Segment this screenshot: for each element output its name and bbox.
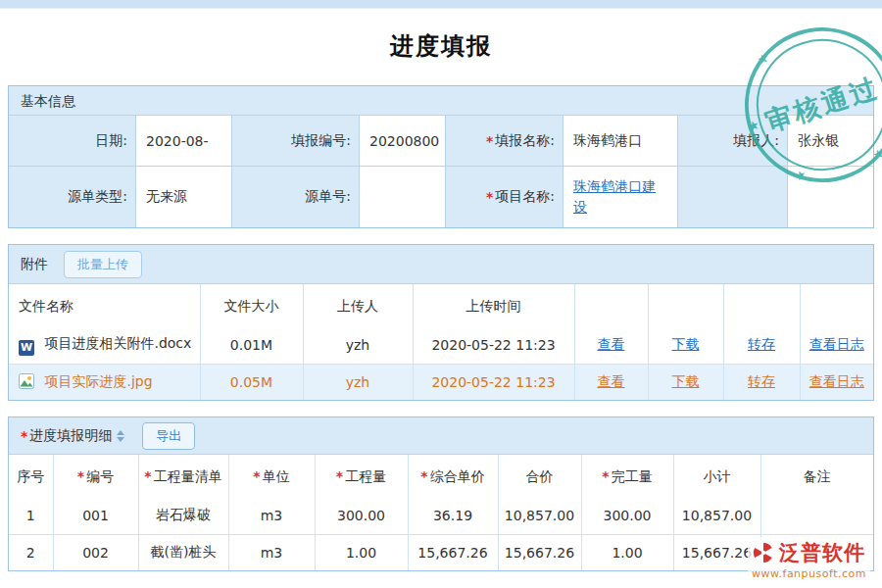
project-name-link[interactable]: 珠海鹤港口建设 (573, 176, 656, 218)
col-header-file-name: 文件名称 (9, 284, 200, 327)
basic-info-header: 基本信息 (9, 86, 873, 116)
boq-cell: 截(凿)桩头 (138, 534, 228, 570)
word-file-icon: W (19, 340, 34, 356)
view-log-link[interactable]: 查看日志 (809, 336, 864, 352)
reporter-value: 张永银 (788, 116, 873, 167)
details-section: * 进度填报明细 导出 序号 *编号 *工程量清单 *单位 *工程量 *综合单价… (8, 416, 874, 571)
file-size-cell: 0.05M (200, 364, 303, 400)
required-mark: * (602, 468, 609, 484)
reporter-label: 填报人: (733, 132, 779, 150)
details-header-row: 序号 *编号 *工程量清单 *单位 *工程量 *综合单价 合价 *完工量 小计 … (9, 455, 873, 498)
detail-row[interactable]: 2 002 截(凿)桩头 m3 1.00 15,667.26 15,667.26… (9, 534, 873, 570)
boq-cell: 岩石爆破 (138, 498, 228, 534)
vendor-url: www.fanpusoft.com (752, 567, 866, 580)
project-name-label-cell: * 项目名称: (446, 167, 564, 227)
total-price-cell: 15,667.26 (498, 534, 581, 570)
quantity-cell: 1.00 (315, 534, 408, 570)
required-mark: * (77, 468, 84, 484)
view-log-link[interactable]: 查看日志 (809, 373, 864, 389)
attachment-row[interactable]: 项目实际进度.jpg 0.05M yzh 2020-05-22 11:23 查看… (9, 364, 873, 400)
basic-info-grid: 日期: 2020-08- 填报编号: 20200800 * 填报名称: 珠海鹤港… (9, 116, 873, 227)
unit-cell: m3 (228, 498, 315, 534)
date-label-cell: 日期: (9, 116, 136, 167)
view-cell: 查看 (574, 364, 648, 400)
required-mark: * (253, 468, 260, 484)
col-header-empty (648, 284, 723, 327)
details-title: 进度填报明细 (29, 427, 112, 445)
empty-value-cell (788, 167, 873, 227)
col-header-serial: 序号 (9, 455, 53, 498)
download-cell: 下载 (648, 327, 723, 364)
col-header-remark: 备注 (760, 455, 873, 498)
transfer-cell: 转存 (723, 364, 800, 400)
sort-icon[interactable] (117, 430, 124, 442)
source-no-label-cell: 源单号: (232, 167, 360, 227)
col-header-empty (800, 284, 873, 327)
subtotal-cell: 10,857.00 (673, 498, 760, 534)
download-link[interactable]: 下载 (672, 336, 700, 352)
col-header-total-price: 合价 (498, 455, 581, 498)
transfer-link[interactable]: 转存 (748, 336, 775, 352)
col-header-unit-price: *综合单价 (408, 455, 498, 498)
project-name-label: 项目名称: (495, 188, 555, 206)
col-header-upload-time: 上传时间 (413, 284, 574, 327)
detail-row[interactable]: 1 001 岩石爆破 m3 300.00 36.19 10,857.00 300… (9, 498, 873, 534)
uploader-cell: yzh (303, 327, 413, 364)
unit-price-cell: 36.19 (408, 498, 498, 534)
download-link[interactable]: 下载 (672, 373, 700, 389)
attachments-header-row: 文件名称 文件大小 上传人 上传时间 (9, 284, 873, 327)
quantity-cell: 300.00 (315, 498, 408, 534)
source-type-label-cell: 源单类型: (9, 167, 136, 227)
report-name-label: 填报名称: (495, 132, 555, 150)
col-header-empty (723, 284, 800, 327)
required-mark: * (486, 133, 493, 149)
basic-info-section: 基本信息 日期: 2020-08- 填报编号: 20200800 * 填报名称:… (8, 85, 874, 228)
report-no-label: 填报编号: (291, 132, 351, 150)
image-file-icon (19, 373, 34, 389)
attachments-table: 文件名称 文件大小 上传人 上传时间 W 项目进度相关附件.docx 0.01M… (9, 284, 873, 400)
file-name: 项目进度相关附件.docx (44, 335, 191, 351)
project-name-value: 珠海鹤港口建设 (564, 167, 678, 227)
transfer-link[interactable]: 转存 (748, 373, 775, 389)
remark-cell (760, 498, 873, 534)
col-header-quantity: *工程量 (315, 455, 408, 498)
source-type-value: 无来源 (136, 167, 232, 227)
serial-cell: 2 (9, 534, 53, 570)
reporter-label-cell: 填报人: (678, 116, 788, 167)
details-table: 序号 *编号 *工程量清单 *单位 *工程量 *综合单价 合价 *完工量 小计 … (9, 455, 873, 570)
upload-time-cell: 2020-05-22 11:23 (413, 327, 574, 364)
file-name: 项目实际进度.jpg (44, 373, 152, 389)
view-log-cell: 查看日志 (800, 364, 873, 400)
required-mark: * (420, 468, 427, 484)
empty-label-cell (678, 167, 788, 227)
attachment-row[interactable]: W 项目进度相关附件.docx 0.01M yzh 2020-05-22 11:… (9, 327, 873, 364)
attachments-section: 附件 批量上传 文件名称 文件大小 上传人 上传时间 W (8, 244, 874, 401)
details-header: * 进度填报明细 导出 (9, 417, 873, 455)
source-no-value (360, 167, 446, 227)
completed-cell: 300.00 (581, 498, 673, 534)
transfer-cell: 转存 (723, 327, 800, 364)
col-header-completed: *完工量 (581, 455, 673, 498)
col-header-empty (574, 284, 648, 327)
view-link[interactable]: 查看 (598, 336, 625, 352)
fanpu-logo-icon (753, 542, 774, 564)
col-header-boq: *工程量清单 (138, 455, 228, 498)
code-cell: 002 (53, 534, 138, 570)
vendor-logo: 泛普软件 www.fanpusoft.com (748, 537, 870, 582)
attachments-title: 附件 (21, 256, 48, 273)
code-cell: 001 (53, 498, 138, 534)
unit-cell: m3 (228, 534, 315, 570)
top-bar (0, 0, 882, 9)
report-name-label-cell: * 填报名称: (446, 116, 564, 167)
batch-upload-button[interactable]: 批量上传 (64, 251, 142, 278)
view-link[interactable]: 查看 (598, 373, 625, 389)
date-label: 日期: (95, 132, 127, 150)
view-cell: 查看 (574, 327, 648, 364)
report-no-value: 20200800 (360, 116, 446, 167)
download-cell: 下载 (648, 364, 723, 400)
export-button[interactable]: 导出 (142, 422, 195, 450)
file-name-cell: W 项目进度相关附件.docx (9, 327, 200, 364)
required-mark: * (144, 468, 151, 484)
view-log-cell: 查看日志 (800, 327, 873, 364)
file-size-cell: 0.01M (200, 327, 303, 364)
